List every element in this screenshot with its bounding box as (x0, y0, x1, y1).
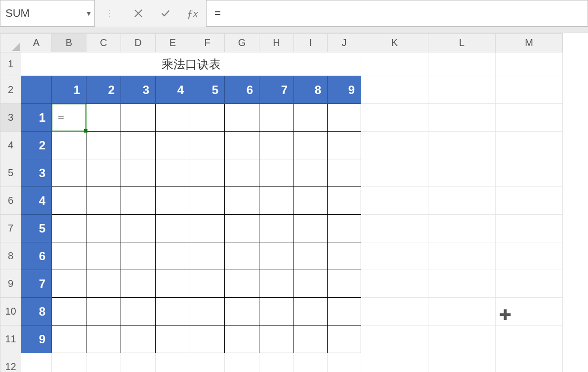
row-header-9[interactable]: 9 (0, 270, 21, 298)
mult-row-header-7[interactable]: 7 (21, 270, 52, 298)
mult-col-header-7[interactable]: 7 (259, 76, 294, 104)
select-all-corner[interactable] (0, 34, 21, 52)
formula-input[interactable] (213, 6, 588, 20)
column-header-H[interactable]: H (259, 34, 294, 52)
cell[interactable] (361, 132, 428, 159)
mult-col-header-6[interactable]: 6 (225, 76, 259, 104)
formula-input-wrap[interactable] (206, 0, 588, 27)
mult-cell[interactable] (225, 298, 259, 326)
mult-cell[interactable] (52, 215, 86, 242)
mult-col-header-3[interactable]: 3 (121, 76, 156, 104)
mult-cell[interactable] (156, 298, 190, 326)
cell[interactable] (361, 353, 428, 372)
mult-table-corner[interactable] (21, 76, 52, 104)
mult-cell[interactable] (190, 326, 225, 353)
cell[interactable] (190, 353, 225, 372)
mult-cell[interactable] (86, 187, 121, 215)
cell[interactable] (496, 76, 563, 104)
column-header-G[interactable]: G (225, 34, 259, 52)
mult-cell[interactable] (86, 159, 121, 187)
row-header-2[interactable]: 2 (0, 76, 21, 104)
formula-bar-drag-handle[interactable]: ⋮ (95, 0, 125, 27)
mult-row-header-6[interactable]: 6 (21, 242, 52, 270)
mult-cell[interactable] (328, 215, 361, 242)
name-box-input[interactable] (4, 6, 83, 20)
mult-cell[interactable] (156, 104, 190, 132)
cell[interactable] (496, 159, 563, 187)
row-header-4[interactable]: 4 (0, 132, 21, 159)
mult-cell[interactable] (328, 242, 361, 270)
table-title[interactable]: 乘法口诀表 (21, 52, 361, 76)
cell[interactable] (496, 104, 563, 132)
mult-cell[interactable] (328, 187, 361, 215)
mult-cell[interactable] (190, 270, 225, 298)
mult-cell[interactable] (86, 242, 121, 270)
mult-cell[interactable] (52, 270, 86, 298)
cell[interactable] (496, 242, 563, 270)
row-header-1[interactable]: 1 (0, 52, 21, 76)
mult-cell[interactable] (52, 132, 86, 159)
mult-cell[interactable] (52, 326, 86, 353)
mult-cell[interactable] (225, 242, 259, 270)
mult-cell[interactable] (121, 298, 156, 326)
column-header-E[interactable]: E (156, 34, 190, 52)
mult-cell[interactable] (259, 298, 294, 326)
cell[interactable] (496, 52, 563, 76)
cell[interactable] (428, 52, 496, 76)
mult-cell[interactable] (52, 298, 86, 326)
mult-cell[interactable] (294, 104, 328, 132)
mult-row-header-8[interactable]: 8 (21, 298, 52, 326)
mult-row-header-1[interactable]: 1 (21, 104, 52, 132)
cell[interactable] (361, 76, 428, 104)
cell[interactable] (361, 215, 428, 242)
cell[interactable] (121, 353, 156, 372)
grid-area[interactable]: ABCDEFGHIJKLM1乘法口诀表212345678931=42536475… (0, 33, 588, 372)
mult-cell[interactable] (225, 326, 259, 353)
column-header-B[interactable]: B (52, 34, 86, 52)
cell[interactable] (361, 242, 428, 270)
mult-cell[interactable] (259, 326, 294, 353)
mult-col-header-5[interactable]: 5 (190, 76, 225, 104)
mult-cell[interactable] (190, 159, 225, 187)
enter-button[interactable] (152, 0, 179, 27)
mult-col-header-8[interactable]: 8 (294, 76, 328, 104)
mult-cell[interactable] (294, 326, 328, 353)
name-box-dropdown-icon[interactable]: ▼ (83, 9, 94, 17)
column-header-L[interactable]: L (428, 34, 496, 52)
mult-cell[interactable] (156, 132, 190, 159)
mult-cell[interactable] (328, 132, 361, 159)
mult-row-header-4[interactable]: 4 (21, 187, 52, 215)
column-header-D[interactable]: D (121, 34, 156, 52)
mult-cell[interactable] (121, 104, 156, 132)
mult-cell[interactable] (328, 104, 361, 132)
column-header-C[interactable]: C (86, 34, 121, 52)
mult-col-header-9[interactable]: 9 (328, 76, 361, 104)
row-header-5[interactable]: 5 (0, 159, 21, 187)
mult-cell[interactable] (294, 215, 328, 242)
cell[interactable] (428, 132, 496, 159)
cell[interactable] (496, 215, 563, 242)
mult-col-header-1[interactable]: 1 (52, 76, 86, 104)
mult-cell[interactable] (52, 242, 86, 270)
cell[interactable] (328, 353, 361, 372)
mult-cell[interactable] (156, 159, 190, 187)
column-header-A[interactable]: A (21, 34, 52, 52)
cell[interactable] (361, 326, 428, 353)
row-header-6[interactable]: 6 (0, 187, 21, 215)
mult-cell[interactable] (259, 159, 294, 187)
mult-cell[interactable] (190, 215, 225, 242)
cell[interactable] (496, 353, 563, 372)
mult-cell[interactable] (225, 159, 259, 187)
mult-cell[interactable] (52, 187, 86, 215)
cell[interactable] (428, 159, 496, 187)
mult-row-header-2[interactable]: 2 (21, 132, 52, 159)
column-header-K[interactable]: K (361, 34, 428, 52)
mult-cell[interactable] (225, 104, 259, 132)
mult-row-header-9[interactable]: 9 (21, 326, 52, 353)
row-header-7[interactable]: 7 (0, 215, 21, 242)
mult-cell[interactable] (86, 132, 121, 159)
mult-cell[interactable] (225, 270, 259, 298)
mult-cell[interactable] (86, 215, 121, 242)
mult-cell[interactable] (156, 242, 190, 270)
cell[interactable] (428, 353, 496, 372)
